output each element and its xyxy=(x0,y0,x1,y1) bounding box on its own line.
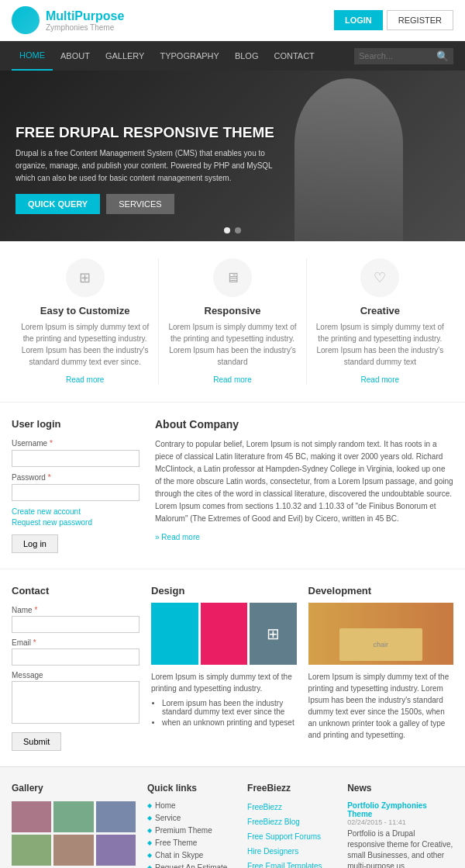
contact-name-label: Name * xyxy=(12,606,140,614)
username-required: * xyxy=(50,439,53,448)
freebiezz-link-3[interactable]: Free Support Forums xyxy=(247,832,321,841)
quicklink-estimate-link[interactable]: Request An Estimate xyxy=(155,863,227,868)
contact-email-label: Email * xyxy=(12,638,140,647)
quick-query-button[interactable]: QUICK QUERY xyxy=(16,194,100,214)
hero-dot-1[interactable] xyxy=(224,227,230,233)
creative-desc: Lorem Ipsum is simply dummy text of the … xyxy=(315,321,446,368)
login-button[interactable]: LOGIN xyxy=(334,10,383,30)
register-button[interactable]: REGISTER xyxy=(387,10,453,30)
feature-customize: ⊞ Easy to Customize Lorem Ipsum is simpl… xyxy=(12,258,158,385)
creative-link[interactable]: Read more xyxy=(361,375,399,384)
nav-item-about[interactable]: ABOUT xyxy=(53,42,98,70)
quicklink-service-link[interactable]: Service xyxy=(155,814,181,822)
contact-message-textarea[interactable] xyxy=(12,681,140,724)
contact-box: Contact Name * Email * Message Submit xyxy=(12,585,140,751)
design-img-col2 xyxy=(201,603,248,665)
news-desc-1: Portfolio is a Drupal responsive theme f… xyxy=(347,828,453,868)
freebiezz-item-3: Free Support Forums xyxy=(247,831,336,842)
about-text: Contrary to popular belief, Lorem Ipsum … xyxy=(155,438,453,525)
header-buttons: LOGIN REGISTER xyxy=(334,10,453,30)
quicklink-icon-2: ◆ xyxy=(147,814,152,821)
quicklink-free: ◆ Free Theme xyxy=(147,839,236,847)
quicklink-icon: ◆ xyxy=(147,802,152,809)
freebiezz-link-2[interactable]: FreeBiezz Blog xyxy=(247,818,300,826)
gallery-thumb-1[interactable] xyxy=(12,801,51,832)
quicklink-free-link[interactable]: Free Theme xyxy=(155,839,197,847)
nav-search: 🔍 xyxy=(354,48,453,64)
hero-title: FREE DRUPAL RESPONSIVE THEME xyxy=(16,124,450,141)
news-title-1[interactable]: Portfolio Zymphonies Theme xyxy=(347,801,453,818)
freebiezz-link-1[interactable]: FreeBiezz xyxy=(247,803,282,811)
gallery-thumb-4[interactable] xyxy=(12,835,51,866)
freebiezz-item-4: Hire Designers xyxy=(247,846,336,856)
header: MultiPurpose Zymphonies Theme LOGIN REGI… xyxy=(0,0,465,41)
logo-title: MultiPurpose xyxy=(46,9,124,23)
freebiezz-link-4[interactable]: Hire Designers xyxy=(247,847,298,856)
logo: MultiPurpose Zymphonies Theme xyxy=(12,6,124,34)
quicklink-chat-link[interactable]: Chat in Skype xyxy=(155,851,203,859)
footer-gallery: Gallery View more xyxy=(12,783,136,868)
design-box: Design ⊞ Lorem Ipsum is simply dummy tex… xyxy=(151,585,297,751)
log-in-button[interactable]: Log in xyxy=(12,534,58,553)
login-title: User login xyxy=(12,418,140,430)
nav-item-gallery[interactable]: GALLERY xyxy=(98,42,153,70)
development-box: Development chair Lorem Ipsum is simply … xyxy=(308,585,454,751)
design-list: Lorem ipsum has been the industry standa… xyxy=(151,699,297,727)
services-button[interactable]: SERVICES xyxy=(106,194,174,214)
gallery-thumb-6[interactable] xyxy=(96,835,136,866)
footer-news: News Portfolio Zymphonies Theme 02/24/20… xyxy=(347,783,453,868)
design-img-col3: ⊞ xyxy=(250,603,297,665)
nav-item-home[interactable]: HOME xyxy=(12,41,53,71)
news-date-1: 02/24/2015 - 11:41 xyxy=(347,818,453,826)
quicklink-icon-3: ◆ xyxy=(147,827,152,834)
navigation: HOME ABOUT GALLERY TYPOGRAPHY BLOG CONTA… xyxy=(0,41,465,71)
search-input[interactable] xyxy=(359,51,436,61)
gallery-grid xyxy=(12,801,136,868)
news-title: News xyxy=(347,783,453,794)
feature-creative: ♡ Creative Lorem Ipsum is simply dummy t… xyxy=(307,258,453,385)
footer-quicklinks: Quick links ◆ Home ◆ Service ◆ Premium T… xyxy=(147,783,236,868)
username-input[interactable] xyxy=(12,450,140,467)
contact-name-input[interactable] xyxy=(12,616,140,633)
quicklink-estimate: ◆ Request An Estimate xyxy=(147,863,236,868)
responsive-link[interactable]: Read more xyxy=(213,375,251,384)
contact-email-input[interactable] xyxy=(12,648,140,666)
submit-button[interactable]: Submit xyxy=(12,732,61,751)
hero-buttons: QUICK QUERY SERVICES xyxy=(16,194,450,214)
nav-item-contact[interactable]: CONTACT xyxy=(266,42,322,70)
quicklink-home: ◆ Home xyxy=(147,801,236,810)
request-password-link[interactable]: Request new password xyxy=(12,518,140,527)
nav-item-typography[interactable]: TYPOGRAPHY xyxy=(152,42,226,70)
footer-widgets: Gallery View more Quick links ◆ Home ◆ S… xyxy=(0,766,465,868)
password-input[interactable] xyxy=(12,484,140,501)
logo-text: MultiPurpose Zymphonies Theme xyxy=(46,9,124,32)
quicklink-premium-link[interactable]: Premium Theme xyxy=(155,826,212,835)
search-icon[interactable]: 🔍 xyxy=(436,50,449,62)
customize-desc: Lorem Ipsum is simply dummy text of the … xyxy=(19,321,150,368)
gallery-thumb-5[interactable] xyxy=(53,835,93,866)
password-required: * xyxy=(48,473,51,482)
development-image: chair xyxy=(308,603,454,665)
hero-dot-2[interactable] xyxy=(235,227,241,233)
freebiezz-item-2: FreeBiezz Blog xyxy=(247,816,336,827)
freebiezz-link-5[interactable]: Free Email Templates xyxy=(247,862,322,868)
password-group: Password * xyxy=(12,473,140,501)
login-links: Create new account Request new password xyxy=(12,507,140,527)
nav-item-blog[interactable]: BLOG xyxy=(227,42,267,70)
responsive-icon: 🖥 xyxy=(213,258,252,297)
responsive-desc: Lorem Ipsum is simply dummy text of the … xyxy=(167,321,298,368)
username-label: Username * xyxy=(12,439,140,448)
quicklink-home-link[interactable]: Home xyxy=(155,801,176,810)
about-read-more[interactable]: » Read more xyxy=(155,533,200,541)
freebiezz-list: FreeBiezz FreeBiezz Blog Free Support Fo… xyxy=(247,801,336,868)
quicklink-service: ◆ Service xyxy=(147,814,236,822)
logo-icon xyxy=(12,6,40,34)
development-description: Lorem Ipsum is simply dummy text of the … xyxy=(308,671,454,741)
create-account-link[interactable]: Create new account xyxy=(12,507,140,516)
development-title: Development xyxy=(308,585,454,597)
customize-link[interactable]: Read more xyxy=(66,375,104,384)
gallery-thumb-3[interactable] xyxy=(96,801,136,832)
contact-email-group: Email * xyxy=(12,638,140,666)
quicklink-chat: ◆ Chat in Skype xyxy=(147,851,236,859)
gallery-thumb-2[interactable] xyxy=(53,801,93,832)
